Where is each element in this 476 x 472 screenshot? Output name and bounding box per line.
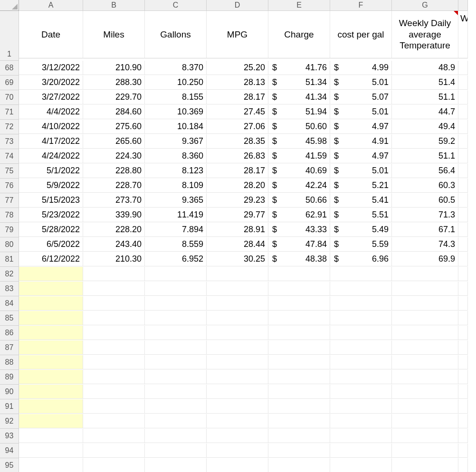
empty-cell[interactable] bbox=[268, 296, 330, 311]
empty-cell[interactable] bbox=[145, 370, 207, 384]
row-header-74[interactable]: 74 bbox=[0, 149, 19, 164]
empty-cell[interactable] bbox=[330, 326, 392, 340]
empty-cell[interactable] bbox=[458, 193, 468, 208]
empty-cell[interactable] bbox=[207, 444, 268, 458]
cell-mpg[interactable]: 28.91 bbox=[207, 223, 268, 237]
column-header-F[interactable]: F bbox=[330, 0, 392, 11]
empty-cell[interactable] bbox=[392, 370, 458, 384]
row-header-95[interactable]: 95 bbox=[0, 458, 19, 472]
empty-cell[interactable] bbox=[458, 149, 468, 163]
cell-mpg[interactable]: 30.25 bbox=[207, 252, 268, 266]
cell-temp[interactable]: 51.1 bbox=[392, 149, 458, 163]
cell-miles[interactable]: 228.70 bbox=[83, 179, 145, 193]
empty-cell[interactable] bbox=[207, 340, 268, 355]
empty-cell[interactable] bbox=[392, 429, 458, 443]
empty-cell[interactable] bbox=[268, 370, 330, 384]
cell-gallons[interactable]: 10.250 bbox=[145, 76, 207, 90]
cell-mpg[interactable]: 28.17 bbox=[207, 90, 268, 104]
empty-cell[interactable] bbox=[145, 399, 207, 414]
empty-cell[interactable] bbox=[268, 311, 330, 325]
empty-cell[interactable] bbox=[83, 458, 145, 472]
row-header-69[interactable]: 69 bbox=[0, 76, 19, 90]
row-header-89[interactable]: 89 bbox=[0, 370, 19, 385]
row-header-85[interactable]: 85 bbox=[0, 311, 19, 326]
empty-cell[interactable] bbox=[145, 282, 207, 296]
cell-charge[interactable]: $48.38 bbox=[268, 252, 330, 266]
cell-miles[interactable]: 228.80 bbox=[83, 164, 145, 178]
cell-charge[interactable]: $51.94 bbox=[268, 105, 330, 119]
cell-temp[interactable]: 67.1 bbox=[392, 223, 458, 237]
empty-cell[interactable] bbox=[268, 458, 330, 472]
cell-gallons[interactable]: 8.370 bbox=[145, 61, 207, 75]
cell-charge[interactable]: $50.66 bbox=[268, 193, 330, 208]
empty-cell[interactable] bbox=[19, 326, 83, 340]
cell-mpg[interactable]: 28.13 bbox=[207, 76, 268, 90]
empty-cell[interactable] bbox=[458, 458, 468, 472]
empty-cell[interactable] bbox=[330, 414, 392, 428]
empty-cell[interactable] bbox=[19, 399, 83, 414]
cell-cpg[interactable]: $5.49 bbox=[330, 223, 392, 237]
empty-cell[interactable] bbox=[330, 385, 392, 399]
empty-cell[interactable] bbox=[145, 311, 207, 325]
empty-cell[interactable] bbox=[145, 444, 207, 458]
empty-cell[interactable] bbox=[392, 458, 458, 472]
empty-cell[interactable] bbox=[207, 458, 268, 472]
empty-cell[interactable] bbox=[330, 399, 392, 414]
empty-cell[interactable] bbox=[83, 414, 145, 428]
cell-mpg[interactable]: 25.20 bbox=[207, 61, 268, 75]
empty-cell[interactable] bbox=[458, 164, 468, 178]
empty-cell[interactable] bbox=[458, 179, 468, 193]
header-C[interactable]: Gallons bbox=[145, 11, 207, 58]
empty-cell[interactable] bbox=[19, 414, 83, 428]
header-G[interactable]: Weekly Daily average Temperature bbox=[392, 11, 458, 58]
empty-cell[interactable] bbox=[458, 355, 468, 369]
cell-temp[interactable]: 48.9 bbox=[392, 61, 458, 75]
spreadsheet-grid[interactable]: ABCDEFG1DateMilesGallonsMPGChargecost pe… bbox=[0, 0, 476, 472]
empty-cell[interactable] bbox=[83, 444, 145, 458]
empty-cell[interactable] bbox=[458, 252, 468, 266]
cell-date[interactable]: 6/5/2022 bbox=[19, 237, 83, 252]
cell-miles[interactable]: 210.90 bbox=[83, 61, 145, 75]
row-header-72[interactable]: 72 bbox=[0, 120, 19, 134]
empty-cell[interactable] bbox=[330, 267, 392, 281]
empty-cell[interactable] bbox=[83, 326, 145, 340]
empty-cell[interactable] bbox=[268, 385, 330, 399]
comment-indicator-icon[interactable] bbox=[454, 11, 458, 15]
empty-cell[interactable] bbox=[392, 282, 458, 296]
cell-gallons[interactable]: 8.360 bbox=[145, 149, 207, 163]
cell-mpg[interactable]: 26.83 bbox=[207, 149, 268, 163]
column-header-A[interactable]: A bbox=[19, 0, 83, 11]
row-header-87[interactable]: 87 bbox=[0, 340, 19, 355]
empty-cell[interactable] bbox=[145, 340, 207, 355]
empty-cell[interactable] bbox=[83, 282, 145, 296]
empty-cell[interactable] bbox=[207, 355, 268, 369]
cell-mpg[interactable]: 28.20 bbox=[207, 179, 268, 193]
empty-cell[interactable] bbox=[19, 296, 83, 311]
empty-cell[interactable] bbox=[268, 399, 330, 414]
empty-cell[interactable] bbox=[392, 444, 458, 458]
cell-mpg[interactable]: 28.35 bbox=[207, 134, 268, 149]
cell-mpg[interactable]: 28.44 bbox=[207, 237, 268, 252]
cell-miles[interactable]: 228.20 bbox=[83, 223, 145, 237]
cell-charge[interactable]: $41.76 bbox=[268, 61, 330, 75]
empty-cell[interactable] bbox=[458, 134, 468, 149]
empty-cell[interactable] bbox=[330, 296, 392, 311]
cell-cpg[interactable]: $6.96 bbox=[330, 252, 392, 266]
header-E[interactable]: Charge bbox=[268, 11, 330, 58]
empty-cell[interactable] bbox=[330, 355, 392, 369]
row-header-92[interactable]: 92 bbox=[0, 414, 19, 429]
row-header-68[interactable]: 68 bbox=[0, 61, 19, 76]
row-header-70[interactable]: 70 bbox=[0, 90, 19, 105]
cell-cpg[interactable]: $5.41 bbox=[330, 193, 392, 208]
cell-temp[interactable]: 49.4 bbox=[392, 120, 458, 134]
cell-cpg[interactable]: $5.01 bbox=[330, 76, 392, 90]
empty-cell[interactable] bbox=[458, 370, 468, 384]
empty-cell[interactable] bbox=[330, 458, 392, 472]
empty-cell[interactable] bbox=[145, 326, 207, 340]
empty-cell[interactable] bbox=[458, 120, 468, 134]
cell-cpg[interactable]: $4.97 bbox=[330, 120, 392, 134]
cell-gallons[interactable]: 8.559 bbox=[145, 237, 207, 252]
column-header-D[interactable]: D bbox=[207, 0, 268, 11]
column-header-G[interactable]: G bbox=[392, 0, 458, 11]
row-header-78[interactable]: 78 bbox=[0, 208, 19, 223]
